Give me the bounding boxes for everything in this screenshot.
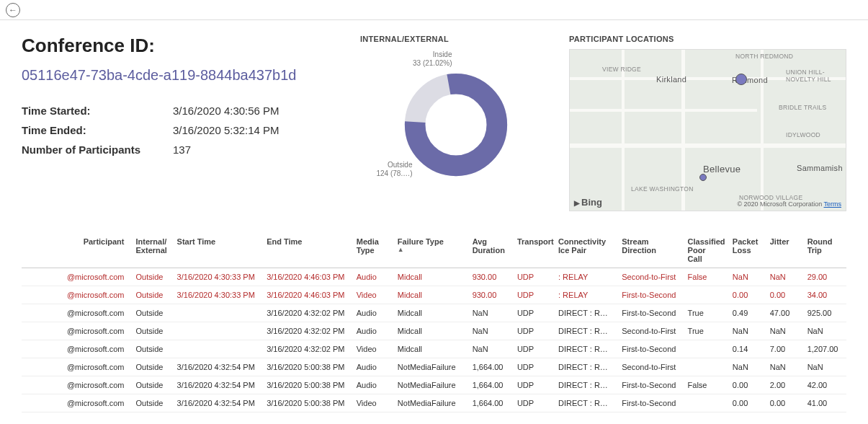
cell-pkt: NaN: [727, 358, 764, 376]
cell-classified: [682, 286, 727, 304]
col-media-type[interactable]: Media Type: [351, 233, 392, 268]
cell-participant: @microsoft.com: [22, 340, 130, 358]
cell-intext: Outside: [130, 376, 171, 394]
cell-avg: 1,664.00: [467, 358, 511, 376]
col-stream-direction[interactable]: Stream Direction: [616, 233, 681, 268]
cell-fail: Midcall: [392, 322, 467, 340]
col-transport[interactable]: Transport: [511, 233, 552, 268]
cell-participant: @microsoft.com: [22, 358, 130, 376]
col-jitter[interactable]: Jitter: [764, 233, 802, 268]
table-header-row: Participant Internal/ External Start Tim…: [22, 233, 846, 268]
cell-media: Video: [351, 394, 392, 412]
chart-title: INTERNAL/EXTERNAL: [360, 35, 540, 43]
cell-avg: 1,664.00: [467, 376, 511, 394]
conference-id-label: Conference ID:: [22, 35, 331, 57]
cell-fail: Midcall: [392, 268, 467, 286]
cell-stream: First-to-Second: [616, 340, 681, 358]
col-classified[interactable]: Classified Poor Call: [682, 233, 727, 268]
cell-intext: Outside: [130, 268, 171, 286]
cell-avg: NaN: [467, 304, 511, 322]
cell-stream: Second-to-First: [616, 268, 681, 286]
cell-fail: NotMediaFailure: [392, 376, 467, 394]
map-marker-icon[interactable]: [699, 174, 707, 181]
col-round-trip[interactable]: Round Trip: [802, 233, 846, 268]
cell-classified: False: [682, 268, 727, 286]
cell-trans: UDP: [511, 376, 552, 394]
cell-rt: 41.00: [802, 394, 846, 412]
donut-icon[interactable]: [402, 71, 510, 179]
terms-link[interactable]: Terms: [824, 200, 842, 208]
cell-media: Video: [351, 286, 392, 304]
col-failure-type[interactable]: Failure Type ▲: [392, 233, 467, 268]
table-row[interactable]: @microsoft.comOutside3/16/2020 4:30:33 P…: [22, 268, 846, 286]
cell-classified: False: [682, 376, 727, 394]
table-row[interactable]: @microsoft.comOutside3/16/2020 4:32:54 P…: [22, 358, 846, 376]
table-row[interactable]: @microsoft.comOutside3/16/2020 4:30:33 P…: [22, 286, 846, 304]
cell-end: 3/16/2020 5:00:38 PM: [261, 394, 351, 412]
map-marker-icon[interactable]: [735, 74, 747, 85]
cell-rt: NaN: [802, 322, 846, 340]
cell-pkt: NaN: [727, 322, 764, 340]
map-copyright: © 2020 Microsoft Corporation Terms: [737, 200, 841, 208]
cell-participant: @microsoft.com: [22, 304, 130, 322]
cell-classified: [682, 340, 727, 358]
internal-external-chart: INTERNAL/EXTERNAL Inside 33 (21.02%) Out…: [360, 35, 540, 211]
cell-pkt: NaN: [727, 268, 764, 286]
cell-rt: NaN: [802, 358, 846, 376]
cell-pkt: 0.49: [727, 304, 764, 322]
cell-end: 3/16/2020 4:32:02 PM: [261, 304, 351, 322]
col-connectivity[interactable]: Connectivity Ice Pair: [552, 233, 616, 268]
col-end-time[interactable]: End Time: [261, 233, 351, 268]
cell-conn: DIRECT : RELAY: [552, 340, 616, 358]
cell-participant: @microsoft.com: [22, 268, 130, 286]
cell-avg: NaN: [467, 322, 511, 340]
cell-jit: 2.00: [764, 376, 802, 394]
cell-end: 3/16/2020 4:46:03 PM: [261, 286, 351, 304]
sort-asc-icon: ▲: [398, 246, 461, 253]
cell-rt: 29.00: [802, 268, 846, 286]
cell-end: 3/16/2020 5:00:38 PM: [261, 376, 351, 394]
table-row[interactable]: @microsoft.comOutside3/16/2020 4:32:54 P…: [22, 376, 846, 394]
cell-jit: NaN: [764, 322, 802, 340]
cell-stream: Second-to-First: [616, 322, 681, 340]
table-row[interactable]: @microsoft.comOutside3/16/2020 4:32:02 P…: [22, 304, 846, 322]
cell-intext: Outside: [130, 322, 171, 340]
col-internal-external[interactable]: Internal/ External: [130, 233, 171, 268]
cell-trans: UDP: [511, 340, 552, 358]
time-started-label: Time Started:: [22, 105, 173, 117]
cell-intext: Outside: [130, 358, 171, 376]
cell-start: [171, 322, 261, 340]
cell-participant: @microsoft.com: [22, 322, 130, 340]
cell-stream: First-to-Second: [616, 376, 681, 394]
back-button[interactable]: ←: [6, 3, 20, 17]
bing-logo: Bing: [574, 197, 602, 208]
cell-classified: [682, 358, 727, 376]
cell-start: 3/16/2020 4:30:33 PM: [171, 268, 261, 286]
cell-stream: First-to-Second: [616, 304, 681, 322]
table-row[interactable]: @microsoft.comOutside3/16/2020 4:32:02 P…: [22, 340, 846, 358]
col-participant[interactable]: Participant: [22, 233, 130, 268]
col-avg-duration[interactable]: Avg Duration: [467, 233, 511, 268]
map-canvas[interactable]: VIEW RIDGE NORTH REDMOND UNION HILL-NOVE…: [569, 49, 846, 211]
donut-outside-label: Outside 124 (78.…): [370, 161, 413, 178]
cell-participant: @microsoft.com: [22, 394, 130, 412]
cell-end: 3/16/2020 5:00:38 PM: [261, 358, 351, 376]
cell-end: 3/16/2020 4:32:02 PM: [261, 340, 351, 358]
participant-locations: PARTICIPANT LOCATIONS VIEW RIDGE NORTH R…: [569, 35, 846, 211]
cell-conn: : RELAY: [552, 268, 616, 286]
cell-jit: 47.00: [764, 304, 802, 322]
cell-pkt: 0.00: [727, 286, 764, 304]
table-row[interactable]: @microsoft.comOutside3/16/2020 4:32:54 P…: [22, 394, 846, 412]
cell-classified: True: [682, 304, 727, 322]
cell-classified: [682, 394, 727, 412]
participants-label: Number of Participants: [22, 143, 173, 156]
col-start-time[interactable]: Start Time: [171, 233, 261, 268]
col-packet-loss[interactable]: Packet Loss: [727, 233, 764, 268]
map-title: PARTICIPANT LOCATIONS: [569, 35, 846, 43]
table-row[interactable]: @microsoft.comOutside3/16/2020 4:32:02 P…: [22, 322, 846, 340]
cell-media: Audio: [351, 268, 392, 286]
cell-stream: First-to-Second: [616, 394, 681, 412]
cell-avg: 1,664.00: [467, 394, 511, 412]
cell-start: [171, 304, 261, 322]
cell-conn: DIRECT : RELAY: [552, 322, 616, 340]
